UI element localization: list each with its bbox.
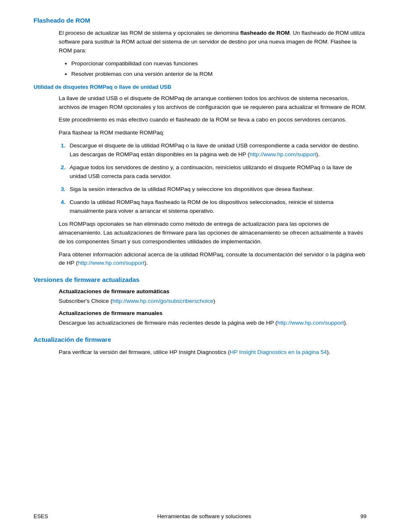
numbered-step-2: Apague todos los servidores de destino y… <box>67 163 366 181</box>
step-4-text: Cuando la utilidad ROMPaq haya flasheado… <box>70 199 334 214</box>
numbered-steps-list: Descargue el disquete de la utilidad ROM… <box>67 142 366 215</box>
intro-text-flasheado: El proceso de actualizar las ROM de sist… <box>59 29 366 55</box>
para-procedimiento: Este procedimiento es más efectivo cuand… <box>59 116 366 124</box>
bullet-item: Proporcionar compatibilidad con nuevas f… <box>71 59 366 68</box>
numbered-step-1: Descargue el disquete de la utilidad ROM… <box>67 142 366 159</box>
subheading-manuales: Actualizaciones de firmware manuales <box>59 310 366 316</box>
section-title-flasheado: Flasheado de ROM <box>34 17 366 24</box>
para-subscribers-choice: Subscriber's Choice (http://www.hp.com/g… <box>59 297 366 306</box>
step-1-text: Descargue el disquete de la utilidad ROM… <box>70 142 359 158</box>
footer-chapter-title: Herramientas de software y soluciones <box>157 513 251 519</box>
section-title-actualizacion: Actualización de firmware <box>34 336 366 343</box>
subheading-automaticas: Actualizaciones de firmware automáticas <box>59 288 366 294</box>
step-1-link[interactable]: http://www.hp.com/support <box>249 151 316 158</box>
bullet-item: Resolver problemas con una versión anter… <box>71 70 366 79</box>
para-info-adicional: Para obtener información adicional acerc… <box>59 251 366 268</box>
subsection-utilidad-disquetes: Utilidad de disquetes ROMPaq o llave de … <box>34 84 366 268</box>
rompaq-support-link[interactable]: http://www.hp.com/support <box>78 260 145 266</box>
section-flasheado-rom: Flasheado de ROM El proceso de actualiza… <box>34 17 366 268</box>
para-rompaq-opcionales: Los ROMPaqs opcionales se han eliminado … <box>59 220 366 246</box>
firmware-manual-link[interactable]: http://www.hp.com/support <box>277 320 344 326</box>
para-manuales: Descargue las actualizaciones de firmwar… <box>59 319 366 328</box>
numbered-step-3: Siga la sesión interactiva de la utilida… <box>67 185 366 194</box>
insight-diagnostics-link[interactable]: HP Insight Diagnostics en la página 54 <box>230 349 327 355</box>
step-2-text: Apague todos los servidores de destino y… <box>70 164 352 179</box>
section-title-versiones: Versiones de firmware actualizadas <box>34 276 366 283</box>
para-verificar-firmware: Para verificar la versión del firmware, … <box>59 348 366 357</box>
bullet-list-flasheado: Proporcionar compatibilidad con nuevas f… <box>71 59 366 79</box>
step-3-text: Siga la sesión interactiva de la utilida… <box>70 186 314 192</box>
subsection-title-utilidad: Utilidad de disquetes ROMPaq o llave de … <box>34 84 366 90</box>
page-content: Flasheado de ROM El proceso de actualiza… <box>0 0 400 399</box>
para-usb-rompaq: La llave de unidad USB o el disquete de … <box>59 94 366 112</box>
numbered-step-4: Cuando la utilidad ROMPaq haya flasheado… <box>67 198 366 216</box>
footer-language: ESES <box>34 513 48 519</box>
section-versiones-firmware: Versiones de firmware actualizadas Actua… <box>34 276 366 328</box>
page-footer: ESES Herramientas de software y solucion… <box>0 513 400 519</box>
para-flashear-intro: Para flashear la ROM mediante ROMPaq: <box>59 129 366 137</box>
section-actualizacion-firmware: Actualización de firmware Para verificar… <box>34 336 366 357</box>
footer-page-number: 99 <box>361 513 366 519</box>
subscribers-choice-link[interactable]: http://www.hp.com/go/subscriberschoice <box>112 298 213 304</box>
